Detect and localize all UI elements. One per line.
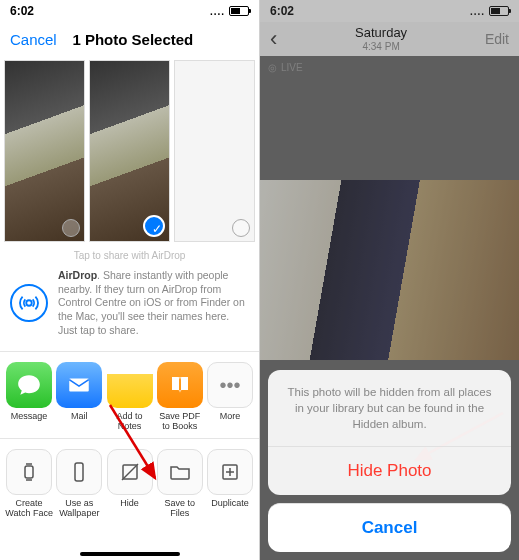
books-icon bbox=[157, 362, 203, 408]
photo-thumbnails bbox=[0, 56, 259, 246]
action-label: Hide bbox=[120, 499, 139, 509]
app-label: More bbox=[220, 412, 241, 422]
action-label: Use as Wallpaper bbox=[54, 499, 104, 519]
share-actions-row: Create Watch Face Use as Wallpaper Hide … bbox=[0, 439, 259, 519]
share-sheet-screen: 6:02 .... Cancel 1 Photo Selected Tap to… bbox=[0, 0, 260, 560]
app-mail[interactable]: Mail bbox=[54, 362, 104, 432]
mail-icon bbox=[56, 362, 102, 408]
duplicate-icon bbox=[207, 449, 253, 495]
status-time: 6:02 bbox=[10, 4, 34, 18]
status-bar: 6:02 .... bbox=[0, 0, 259, 22]
svg-rect-2 bbox=[25, 466, 33, 478]
hide-icon bbox=[107, 449, 153, 495]
action-watch-face[interactable]: Create Watch Face bbox=[4, 449, 54, 519]
nav-title: 1 Photo Selected bbox=[72, 31, 193, 48]
airdrop-row[interactable]: AirDrop. Share instantly with people nea… bbox=[0, 261, 259, 352]
app-label: Mail bbox=[71, 412, 88, 422]
app-more[interactable]: ••• More bbox=[205, 362, 255, 432]
hide-confirm-screen: 6:02 .... ‹ Saturday 4:34 PM Edit ◎ LIVE… bbox=[260, 0, 519, 560]
svg-point-0 bbox=[26, 300, 32, 306]
app-label: Message bbox=[11, 412, 48, 422]
hide-photo-button[interactable]: Hide Photo bbox=[268, 446, 511, 495]
message-icon bbox=[6, 362, 52, 408]
notes-icon bbox=[107, 362, 153, 408]
app-notes[interactable]: Add to Notes bbox=[104, 362, 154, 432]
thumbnail-selected[interactable] bbox=[89, 60, 170, 242]
action-save-files[interactable]: Save to Files bbox=[155, 449, 205, 519]
action-hide[interactable]: Hide bbox=[104, 449, 154, 519]
cancel-button[interactable]: Cancel bbox=[268, 503, 511, 552]
action-label: Create Watch Face bbox=[4, 499, 54, 519]
signal-icon: .... bbox=[210, 6, 225, 17]
action-duplicate[interactable]: Duplicate bbox=[205, 449, 255, 519]
share-apps-row: Message Mail Add to Notes Save PDF to Bo… bbox=[0, 352, 259, 439]
battery-icon bbox=[229, 6, 249, 16]
app-message[interactable]: Message bbox=[4, 362, 54, 432]
thumbnail[interactable] bbox=[174, 60, 255, 242]
folder-icon bbox=[157, 449, 203, 495]
action-label: Duplicate bbox=[211, 499, 249, 509]
app-books[interactable]: Save PDF to Books bbox=[155, 362, 205, 432]
airdrop-icon bbox=[10, 284, 48, 322]
airdrop-hint: Tap to share with AirDrop bbox=[0, 246, 259, 261]
app-label: Save PDF to Books bbox=[155, 412, 205, 432]
cancel-button[interactable]: Cancel bbox=[10, 31, 57, 48]
nav-bar: Cancel 1 Photo Selected bbox=[0, 22, 259, 56]
app-label: Add to Notes bbox=[105, 412, 155, 432]
phone-icon bbox=[56, 449, 102, 495]
airdrop-text: AirDrop. Share instantly with people nea… bbox=[58, 269, 249, 337]
svg-rect-3 bbox=[75, 463, 83, 481]
sheet-message: This photo will be hidden from all place… bbox=[268, 370, 511, 446]
action-label: Save to Files bbox=[155, 499, 205, 519]
thumbnail[interactable] bbox=[4, 60, 85, 242]
home-indicator[interactable] bbox=[80, 552, 180, 556]
svg-rect-1 bbox=[70, 379, 90, 392]
more-icon: ••• bbox=[207, 362, 253, 408]
action-sheet: This photo will be hidden from all place… bbox=[268, 370, 511, 552]
action-wallpaper[interactable]: Use as Wallpaper bbox=[54, 449, 104, 519]
watch-icon bbox=[6, 449, 52, 495]
svg-line-5 bbox=[122, 464, 138, 480]
